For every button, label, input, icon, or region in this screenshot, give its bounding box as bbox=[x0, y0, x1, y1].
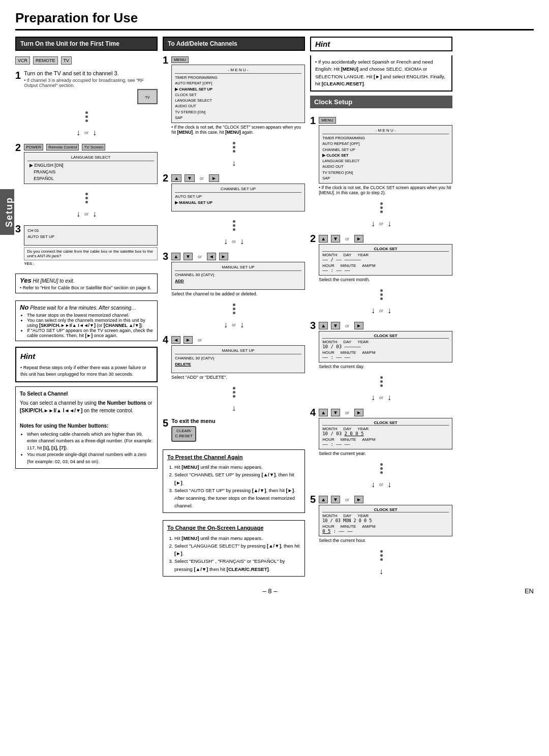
dots-sep-col3-1 bbox=[310, 202, 452, 213]
arrow-col2-1: ↓ bbox=[163, 159, 305, 168]
col2-section-header: To Add/Delete Channels bbox=[163, 37, 305, 51]
col3-step1: 1 MENU - M E N U - TIMER PROGRAMMING AUT… bbox=[310, 115, 452, 195]
dots-sep-col3-4 bbox=[310, 463, 452, 474]
arrow-col3-2: ↓ or ↓ bbox=[310, 306, 452, 315]
arrow-1: ↓ or ↓ bbox=[15, 128, 158, 137]
remote-ctrl-icon: Remote Control bbox=[46, 144, 79, 150]
right-col3-5: ► bbox=[354, 496, 363, 503]
dots-sep-1 bbox=[15, 111, 158, 122]
auto-setup-screen: CH 01 AUTO SET UP bbox=[24, 225, 158, 246]
arrow-col3-3: ↓ or ↓ bbox=[310, 393, 452, 402]
right-btn3: ► bbox=[184, 336, 193, 344]
change-lang-steps: Hit [MENU] until the main menu appears. … bbox=[167, 534, 300, 573]
right-col3-4: ► bbox=[354, 409, 363, 416]
column-1: Turn On the Unit for the First Time VCR … bbox=[15, 37, 158, 577]
dots-sep-col2-2 bbox=[163, 220, 305, 231]
up-col3-4: ▲ bbox=[319, 409, 328, 416]
col2-step3: 3 ▲ ▼ or ◄ ► MANUAL SET UP CHANNEL 30 (C… bbox=[163, 251, 305, 296]
dots-sep-col2-3 bbox=[163, 304, 305, 314]
col2-menu-screen: - M E N U - TIMER PROGRAMMING AUTO REPEA… bbox=[171, 65, 305, 123]
col2-step2: 2 ▲ ▼ or ► CHANNEL SET UP AUTO SET UP ▶ … bbox=[163, 173, 305, 213]
dots-sep-col2-4 bbox=[163, 387, 305, 398]
column-3: Hint • If you accidentally select Spanis… bbox=[310, 37, 452, 577]
col3-step4: 4 ▲ ▼ or ► CLOCK SET MONTHDAYYEAR 10 / 0… bbox=[310, 407, 452, 456]
col1-step1: 1 Turn on the TV and set it to channel 3… bbox=[15, 70, 158, 104]
change-lang-section: To Change the On-Screen Language Hit [ME… bbox=[163, 520, 305, 576]
page-title: Preparation for Use bbox=[15, 10, 534, 31]
power-icon: POWER bbox=[24, 144, 43, 150]
up-col3-3: ▲ bbox=[319, 322, 328, 329]
down-col3-4: ▼ bbox=[331, 409, 340, 416]
arrow-col2-4: ↓ bbox=[163, 404, 305, 413]
page-number: – 8 – bbox=[263, 587, 278, 595]
tv-screen-icon: TV bbox=[137, 89, 158, 104]
down-col3-5: ▼ bbox=[331, 496, 340, 503]
vcr-icon: VCR bbox=[15, 56, 30, 65]
cable-question: Do you connect the cable from the cable … bbox=[24, 247, 158, 260]
arrow-col2-2: ↓ or ↓ bbox=[163, 237, 305, 246]
arrow-col3-1: ↓ or ↓ bbox=[310, 219, 452, 228]
step2-remotes: POWER Remote Control TV Screen bbox=[24, 144, 158, 150]
menu-btn: MENU bbox=[171, 56, 189, 63]
dots-sep-col3-3 bbox=[310, 376, 452, 387]
col1-step2: 2 POWER Remote Control TV Screen LANGUAG… bbox=[15, 142, 158, 186]
right-arrow-btn: ► bbox=[209, 174, 219, 182]
down-arrow-btn: ▼ bbox=[185, 174, 195, 182]
down-btn2: ▼ bbox=[184, 253, 193, 260]
col2-step5: 5 To exit the menu CLEAR/C.RESET bbox=[163, 418, 305, 443]
clock-setup-header: Clock Setup bbox=[310, 96, 452, 108]
col3-hint-header: Hint bbox=[310, 37, 452, 51]
right-col3-3: ► bbox=[354, 322, 363, 329]
col3-clock-screen-3: CLOCK SET MONTHDAYYEAR 10 / 03 —————— HO… bbox=[319, 331, 452, 362]
up-arrow-btn: ▲ bbox=[171, 174, 181, 182]
preset-steps: Hit [MENU] until the main menu appears. … bbox=[167, 463, 300, 509]
left-btn2: ◄ bbox=[207, 253, 216, 260]
col3-clock-screen-5: CLOCK SET MONTHDAYYEAR 10 / 03 MON 2 0 0… bbox=[319, 505, 452, 536]
arrow-col3-4: ↓ or ↓ bbox=[310, 480, 452, 489]
arrow-col2-3: ↓ or ↓ bbox=[163, 320, 305, 329]
no-bullets: The tuner stops on the lowest memorized … bbox=[20, 313, 153, 338]
col2-step1: 1 MENU - M E N U - TIMER PROGRAMMING AUT… bbox=[163, 55, 305, 135]
right-col3: ► bbox=[354, 235, 363, 243]
clear-reset-btn[interactable]: CLEAR/C.RESET bbox=[171, 426, 196, 442]
column-2: To Add/Delete Channels 1 MENU - M E N U … bbox=[163, 37, 305, 577]
notes-bullets: When selecting cable channels which are … bbox=[20, 431, 153, 466]
col3-step2: 2 ▲ ▼ or ► CLOCK SET MONTHDAYYEAR —— / —… bbox=[310, 233, 452, 282]
menu-btn-col3: MENU bbox=[319, 117, 336, 124]
col2-channel-setup-screen: CHANNEL SET UP AUTO SET UP ▶ MANUAL SET … bbox=[171, 184, 305, 211]
col3-clock-screen-4: CLOCK SET MONTHDAYYEAR 10 / 03 2 0 0 5 H… bbox=[319, 418, 452, 449]
col1-section-header: Turn On the Unit for the First Time bbox=[15, 37, 158, 51]
col3-hint-content: • If you accidentally select Spanish or … bbox=[310, 55, 452, 92]
dots-sep-col2-1 bbox=[163, 142, 305, 153]
select-channel-section: To Select a Channel You can select a cha… bbox=[15, 386, 158, 469]
col3-step3: 3 ▲ ▼ or ► CLOCK SET MONTHDAYYEAR 10 / 0… bbox=[310, 320, 452, 369]
up-col3: ▲ bbox=[319, 235, 328, 243]
arrow-2: ↓ or ↓ bbox=[15, 209, 158, 219]
col3-menu-screen: - M E N U - TIMER PROGRAMMING AUTO REPEA… bbox=[319, 125, 452, 184]
up-col3-5: ▲ bbox=[319, 496, 328, 503]
en-label: EN bbox=[525, 587, 534, 595]
no-box: No Please wait for a few minutes. After … bbox=[15, 300, 158, 341]
down-col3: ▼ bbox=[331, 235, 340, 243]
col1-hint-box: Hint • Repeat these steps only if either… bbox=[15, 347, 158, 382]
col2-step4: 4 ◄ ► or MANUAL SET UP CHANNEL 30 (CATV)… bbox=[163, 335, 305, 380]
devices-row: VCR REMOTE TV bbox=[15, 56, 158, 65]
col3-step5: 5 ▲ ▼ or ► CLOCK SET MONTHDAYYEAR 10 / 0… bbox=[310, 494, 452, 543]
language-select-screen: LANGUAGE SELECT ENGLISH [ON] FRANÇAIS ES… bbox=[24, 152, 158, 184]
col3-clock-screen-2: CLOCK SET MONTHDAYYEAR —— / —— —————— HO… bbox=[319, 244, 452, 276]
preset-section: To Preset the Channel Again Hit [MENU] u… bbox=[163, 449, 305, 513]
tv-screen-icon2: TV Screen bbox=[82, 144, 105, 150]
yes-box: Yes Hit [MENU] to exit. • Refer to "Hint… bbox=[15, 274, 158, 293]
dots-sep-col3-5 bbox=[310, 550, 452, 561]
remote-icon: REMOTE bbox=[33, 56, 58, 65]
right-btn2: ► bbox=[219, 253, 228, 260]
setup-tab: Setup bbox=[0, 189, 14, 235]
arrow-col3-5: ↓ bbox=[310, 567, 452, 576]
left-btn3: ◄ bbox=[171, 336, 180, 344]
down-col3-3: ▼ bbox=[331, 322, 340, 329]
dots-sep-col3-2 bbox=[310, 289, 452, 300]
col1-step3: 3 CH 01 AUTO SET UP Do you connect the c… bbox=[15, 224, 158, 266]
dots-sep-2 bbox=[15, 193, 158, 203]
tv-icon: TV bbox=[61, 56, 72, 65]
col2-manual-delete-screen: MANUAL SET UP CHANNEL 30 (CATV) DELETE bbox=[171, 345, 305, 373]
